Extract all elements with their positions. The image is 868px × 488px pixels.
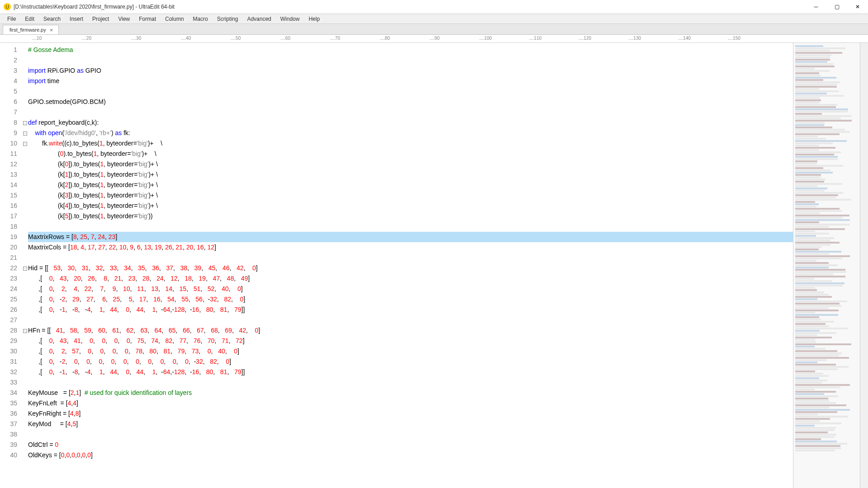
ruler-mark: ....150	[728, 36, 741, 41]
menu-window[interactable]: Window	[276, 14, 304, 23]
code-line[interactable]: Hid = [[ 53, 30, 31, 32, 33, 34, 35, 36,…	[28, 263, 793, 273]
ruler-mark: ....10	[32, 36, 42, 41]
code-line[interactable]: (k[4]).to_bytes(1, byteorder='big')+ \	[28, 201, 793, 211]
menu-macro[interactable]: Macro	[189, 14, 212, 23]
code-line[interactable]	[28, 86, 793, 97]
code-line[interactable]: KeyFnLeft = [4,4]	[28, 398, 793, 408]
file-tab[interactable]: first_firmware.py ×	[3, 25, 59, 34]
ruler-mark: ....80	[380, 36, 390, 41]
title-bar: U [D:\Instructables\Keyboard 2020\first_…	[0, 0, 868, 14]
code-line[interactable]: ,[ 0, -2, 29, 27, 6, 25, 5, 17, 16, 54, …	[28, 294, 793, 305]
menu-advanced[interactable]: Advanced	[243, 14, 276, 23]
code-line[interactable]: ,[ 0, -2, 0, 0, 0, 0, 0, 0, 0, 0, 0, 0, …	[28, 357, 793, 367]
menu-project[interactable]: Project	[88, 14, 113, 23]
code-line[interactable]	[28, 315, 793, 325]
menu-view[interactable]: View	[113, 14, 134, 23]
code-line[interactable]: HFn = [[ 41, 58, 59, 60, 61, 62, 63, 64,…	[28, 325, 793, 336]
menu-column[interactable]: Column	[160, 14, 188, 23]
code-line[interactable]: (k[5]).to_bytes(1, byteorder='big'))	[28, 211, 793, 221]
code-line[interactable]: (k[2]).to_bytes(1, byteorder='big')+ \	[28, 180, 793, 190]
ruler-mark: ....130	[628, 36, 641, 41]
ruler-mark: ....110	[529, 36, 542, 41]
window-title: [D:\Instructables\Keyboard 2020\first_fi…	[14, 4, 175, 10]
code-line[interactable]: (k[0]).to_bytes(1, byteorder='big')+ \	[28, 159, 793, 169]
code-line[interactable]: import RPi.GPIO as GPIO	[28, 66, 793, 76]
code-line[interactable]: import time	[28, 76, 793, 86]
code-line[interactable]	[28, 221, 793, 232]
code-line[interactable]: ,[ 0, -1, -8, -4, 1, 44, 0, 44, 1, -64,-…	[28, 367, 793, 377]
code-line[interactable]: ,[ 0, -1, -8, -4, 1, 44, 0, 44, 1, -64,-…	[28, 305, 793, 315]
ruler-mark: ....140	[678, 36, 691, 41]
code-line[interactable]	[28, 253, 793, 263]
code-line[interactable]: ,[ 0, 43, 41, 0, 0, 0, 0, 75, 74, 82, 77…	[28, 336, 793, 346]
code-line[interactable]: GPIO.setmode(GPIO.BCM)	[28, 97, 793, 107]
minimap[interactable]	[793, 43, 860, 488]
code-line[interactable]: KeyMod = [4,5]	[28, 419, 793, 429]
tab-close-icon[interactable]: ×	[50, 27, 53, 33]
ruler-mark: ....70	[330, 36, 340, 41]
ruler-mark: ....90	[429, 36, 439, 41]
menu-insert[interactable]: Insert	[65, 14, 88, 23]
code-line[interactable]: with open('/dev/hidg0', 'rb+') as fk:	[28, 128, 793, 138]
code-line[interactable]: MaxtrixCols = [18, 4, 17, 27, 22, 10, 9,…	[28, 242, 793, 253]
ruler: ....10....20....30....40....50....60....…	[0, 35, 868, 43]
line-number-gutter: 1234567891011121314151617181920212223242…	[0, 43, 22, 488]
code-line[interactable]	[28, 377, 793, 388]
code-line[interactable]: KeyMouse = [2,1] # used for quick identi…	[28, 388, 793, 398]
vertical-scrollbar[interactable]	[860, 43, 868, 488]
editor-pane[interactable]: 1234567891011121314151617181920212223242…	[0, 43, 793, 488]
code-line[interactable]: ,[ 0, 2, 57, 0, 0, 0, 0, 78, 80, 81, 79,…	[28, 346, 793, 357]
ruler-mark: ....30	[131, 36, 141, 41]
code-line[interactable]: def report_keyboard(c,k):	[28, 117, 793, 128]
code-line[interactable]: fk.write((c).to_bytes(1, byteorder='big'…	[28, 138, 793, 149]
ruler-mark: ....40	[181, 36, 191, 41]
code-line[interactable]: OldKeys = [0,0,0,0,0,0]	[28, 450, 793, 460]
code-line[interactable]: # Gosse Adema	[28, 45, 793, 55]
tab-bar: first_firmware.py ×	[0, 24, 868, 35]
maximize-button[interactable]: ▢	[826, 0, 847, 14]
ruler-mark: ....60	[280, 36, 290, 41]
ruler-mark: ....100	[479, 36, 492, 41]
code-line[interactable]	[28, 107, 793, 117]
menu-file[interactable]: File	[3, 14, 20, 23]
code-line[interactable]: OldCtrl = 0	[28, 440, 793, 450]
menu-help[interactable]: Help	[304, 14, 325, 23]
app-icon: U	[4, 3, 11, 10]
code-area[interactable]: # Gosse Adema import RPi.GPIO as GPIOimp…	[28, 43, 793, 488]
code-line[interactable]	[28, 55, 793, 66]
code-line[interactable]: (k[3]).to_bytes(1, byteorder='big')+ \	[28, 190, 793, 201]
menu-bar: FileEditSearchInsertProjectViewFormatCol…	[0, 14, 868, 24]
tab-label: first_firmware.py	[9, 27, 46, 33]
code-line[interactable]: ,[ 0, 43, 20, 26, 8, 21, 23, 28, 24, 12,…	[28, 273, 793, 284]
code-line[interactable]	[28, 429, 793, 440]
minimize-button[interactable]: ─	[806, 0, 826, 14]
fold-gutter[interactable]: −−− − −	[22, 43, 28, 488]
ruler-mark: ....20	[81, 36, 91, 41]
menu-edit[interactable]: Edit	[20, 14, 39, 23]
code-line[interactable]: KeyFnRight = [4,8]	[28, 408, 793, 419]
ruler-mark: ....120	[579, 36, 591, 41]
menu-scripting[interactable]: Scripting	[212, 14, 243, 23]
menu-format[interactable]: Format	[134, 14, 160, 23]
ruler-mark: ....50	[231, 36, 241, 41]
code-line[interactable]: ,[ 0, 2, 4, 22, 7, 9, 10, 11, 13, 14, 15…	[28, 284, 793, 294]
close-button[interactable]: ✕	[847, 0, 868, 14]
menu-search[interactable]: Search	[39, 14, 65, 23]
code-line[interactable]: (0).to_bytes(1, byteorder='big')+ \	[28, 149, 793, 159]
code-line[interactable]: (k[1]).to_bytes(1, byteorder='big')+ \	[28, 169, 793, 180]
